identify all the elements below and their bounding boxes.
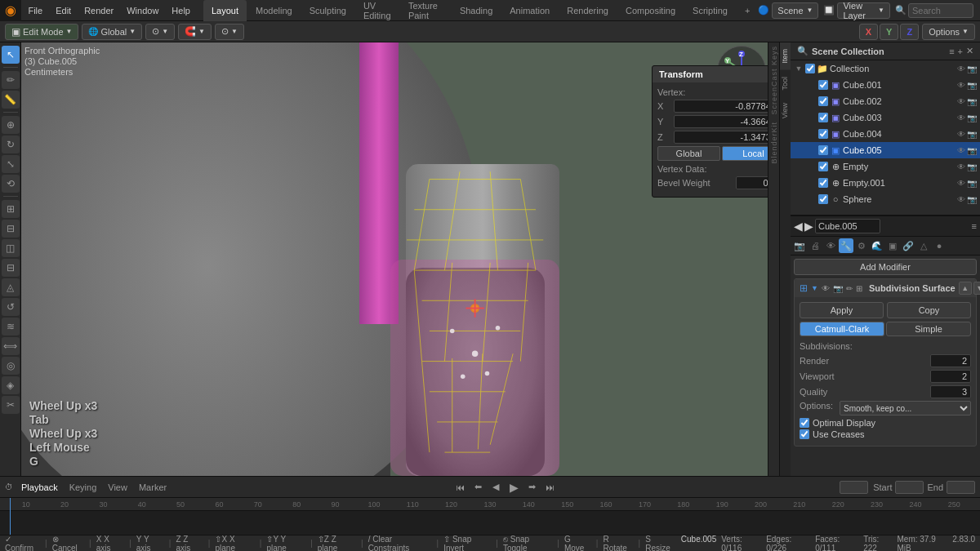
tool-annotate[interactable]: ✏ [2, 71, 20, 89]
viewport-3d[interactable]: Front Orthographic (3) Cube.005 Centimet… [21, 42, 791, 476]
timeline-icon[interactable]: ⏱ [5, 482, 13, 491]
cube004-render[interactable]: 📷 [967, 130, 977, 139]
marker-btn[interactable]: Marker [136, 482, 170, 492]
cube005-render[interactable]: 📷 [967, 146, 977, 155]
prop-tab-modifier[interactable]: 🔧 [839, 238, 853, 253]
sphere-viewport[interactable]: 👁 [957, 195, 965, 204]
play-btn[interactable]: ▶ [506, 480, 522, 495]
tool-bevel[interactable]: ◫ [2, 239, 20, 257]
scene-selector[interactable]: Scene ▼ [772, 2, 818, 19]
tab-compositing[interactable]: Compositing [617, 0, 684, 21]
empty-render[interactable]: 📷 [967, 162, 977, 171]
jump-start-btn[interactable]: ⏮ [452, 480, 468, 495]
tool-loop-cut[interactable]: ⊟ [2, 259, 20, 277]
tab-add[interactable]: + [737, 0, 758, 21]
menu-help[interactable]: Help [165, 0, 197, 21]
proportional-editing[interactable]: ⊙ ▼ [215, 24, 244, 40]
tab-sculpting[interactable]: Sculpting [301, 0, 354, 21]
tab-uv-editing[interactable]: UV Editing [355, 0, 399, 21]
add-modifier-btn[interactable]: Add Modifier [794, 259, 977, 275]
tab-layout[interactable]: Layout [203, 0, 247, 21]
collection-add-icon[interactable]: + [958, 47, 963, 56]
tree-row-cube001[interactable]: ▣ Cube.001 👁 📷 [791, 77, 980, 93]
sphere-checkbox[interactable] [818, 194, 828, 204]
tool-transform[interactable]: ⟲ [2, 175, 20, 193]
tool-inset[interactable]: ⊟ [2, 220, 20, 238]
mode-selector[interactable]: ▣ Edit Mode ▼ [5, 24, 78, 40]
tab-rendering[interactable]: Rendering [559, 0, 617, 21]
simple-tab[interactable]: Simple [886, 322, 971, 336]
collection-checkbox[interactable] [805, 64, 815, 73]
menu-window[interactable]: Window [120, 0, 165, 21]
smooth-dropdown[interactable]: Smooth, keep co... [840, 401, 971, 415]
tool-scale[interactable]: ⤡ [2, 155, 20, 173]
start-frame-input[interactable]: 1 [895, 481, 924, 494]
gizmo-toggle-z[interactable]: Z [900, 24, 919, 40]
search-input[interactable] [908, 3, 973, 18]
apply-btn[interactable]: Apply [800, 302, 884, 318]
modifier-eye-toggle[interactable]: 👁 [822, 284, 830, 293]
prop-tab-physics[interactable]: 🌊 [870, 238, 884, 253]
tab-modeling[interactable]: Modeling [247, 0, 301, 21]
menu-render[interactable]: Render [78, 0, 120, 21]
snap-button[interactable]: 🧲 ▼ [178, 24, 212, 40]
current-frame-input[interactable]: 3 [840, 481, 868, 494]
transform-orientation[interactable]: 🌐 Global ▼ [82, 24, 142, 40]
timeline-cursor[interactable] [10, 498, 11, 511]
tab-shading[interactable]: Shading [452, 0, 501, 21]
tool-poly-build[interactable]: ◬ [2, 278, 20, 296]
cube001-viewport[interactable]: 👁 [957, 81, 965, 90]
menu-edit[interactable]: Edit [49, 0, 78, 21]
jump-end-btn[interactable]: ⏭ [541, 480, 558, 495]
tool-measure[interactable]: 📏 [2, 91, 20, 109]
keying-btn[interactable]: Keying [66, 482, 100, 492]
modifier-render-toggle[interactable]: 📷 [833, 284, 843, 293]
catmull-clark-tab[interactable]: Catmull-Clark [800, 322, 884, 336]
tree-row-cube004[interactable]: ▣ Cube.004 👁 📷 [791, 126, 980, 142]
cube004-viewport[interactable]: 👁 [957, 130, 965, 139]
step-fwd-btn[interactable]: ➡ [523, 480, 540, 495]
optimal-display-checkbox[interactable] [800, 418, 809, 428]
filter-icon[interactable]: 🔍 [797, 46, 808, 56]
empty-checkbox[interactable] [818, 162, 828, 171]
prop-tab-view[interactable]: 👁 [823, 238, 838, 253]
tab-tool[interactable]: Tool [780, 70, 791, 97]
modifier-edit-toggle[interactable]: ✏ [846, 284, 853, 293]
empty001-render[interactable]: 📷 [967, 179, 977, 188]
view-btn[interactable]: View [105, 482, 131, 492]
cube003-viewport[interactable]: 👁 [957, 113, 965, 122]
properties-options[interactable]: ≡ [972, 221, 977, 231]
cube003-checkbox[interactable] [818, 113, 828, 122]
cube004-checkbox[interactable] [818, 129, 828, 139]
step-back-btn[interactable]: ⬅ [470, 480, 486, 495]
playback-btn[interactable]: Playback [18, 482, 61, 492]
collection-close-icon[interactable]: ✕ [966, 46, 973, 56]
cube001-render[interactable]: 📷 [967, 81, 977, 90]
layer-selector[interactable]: View Layer ▼ [837, 2, 890, 19]
use-creases-checkbox[interactable] [800, 429, 809, 439]
tool-rip[interactable]: ✂ [2, 396, 20, 414]
tool-move[interactable]: ⊕ [2, 116, 20, 134]
tool-extrude[interactable]: ⊞ [2, 200, 20, 218]
cube003-render[interactable]: 📷 [967, 113, 977, 122]
prop-tab-object[interactable]: ▣ [885, 238, 900, 253]
viewport-value[interactable]: 2 [930, 370, 971, 383]
collection-expander[interactable]: ▼ [794, 64, 804, 73]
prop-tab-output[interactable]: 🖨 [808, 238, 822, 253]
prop-tab-data[interactable]: △ [916, 238, 931, 253]
tree-row-empty[interactable]: ⊕ Empty 👁 📷 [791, 158, 980, 175]
cube002-render[interactable]: 📷 [967, 97, 977, 106]
tree-row-cube005[interactable]: ▣ Cube.005 👁 📷 [791, 142, 980, 158]
tab-view[interactable]: View [780, 96, 791, 125]
tab-scripting[interactable]: Scripting [684, 0, 736, 21]
blender-logo[interactable]: ◉ [0, 0, 21, 21]
tool-edge-slide[interactable]: ⟺ [2, 337, 20, 355]
tool-shear[interactable]: ◈ [2, 376, 20, 394]
end-frame-input[interactable]: 250 [947, 481, 975, 494]
collection-restrict-render[interactable]: 📷 [967, 64, 977, 73]
tool-shrink[interactable]: ◎ [2, 357, 20, 375]
tool-cursor[interactable]: ↖ [2, 46, 20, 64]
modifier-cage-toggle[interactable]: ⊞ [856, 284, 862, 293]
cube005-viewport[interactable]: 👁 [957, 146, 965, 155]
pivot-point[interactable]: ⊙ ▼ [145, 24, 175, 40]
